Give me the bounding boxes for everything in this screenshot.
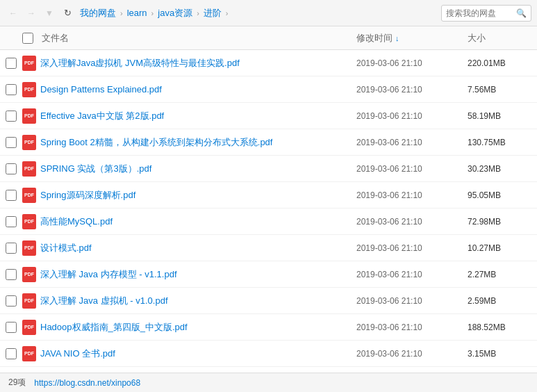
search-input[interactable]	[446, 8, 514, 18]
sort-icon: ↓	[395, 34, 399, 42]
file-size: 2.59MB	[468, 296, 537, 306]
table-row[interactable]: PDF Hadoop权威指南_第四版_中文版.pdf 2019-03-06 21…	[0, 314, 537, 341]
file-name[interactable]: 设计模式.pdf	[40, 242, 356, 254]
table-row[interactable]: PDF 深入理解 Java 内存模型 - v1.1.pdf 2019-03-06…	[0, 261, 537, 288]
file-name[interactable]: 深入理解Java虚拟机 JVM高级特性与最佳实践.pdf	[40, 57, 356, 70]
file-size: 58.19MB	[468, 111, 537, 121]
row-checkbox-6[interactable]	[6, 216, 17, 227]
row-checkbox-8[interactable]	[6, 269, 17, 280]
row-checkbox-3[interactable]	[6, 137, 17, 148]
file-name[interactable]: 高性能MySQL.pdf	[40, 215, 356, 228]
pdf-icon: PDF	[22, 293, 36, 309]
col-size-header[interactable]: 大小	[468, 32, 537, 44]
file-date: 2019-03-06 21:10	[356, 349, 468, 359]
pdf-icon: PDF	[22, 108, 36, 124]
breadcrumb-sep-1: ›	[119, 9, 124, 17]
table-row[interactable]: PDF 深入理解Java虚拟机 JVM高级特性与最佳实践.pdf 2019-03…	[0, 50, 537, 76]
row-checkbox-2[interactable]	[6, 111, 17, 122]
file-date: 2019-03-06 21:10	[356, 58, 468, 68]
breadcrumb: 我的网盘 › learn › java资源 › 进阶 ›	[78, 6, 438, 21]
breadcrumb-sep-3: ›	[196, 9, 200, 17]
table-row[interactable]: PDF Spring源码深度解析.pdf 2019-03-06 21:10 95…	[0, 182, 537, 209]
pdf-icon: PDF	[22, 56, 36, 71]
table-row[interactable]: PDF JAVA NIO 全书.pdf 2019-03-06 21:10 3.1…	[0, 341, 537, 367]
refresh-button[interactable]: ↻	[60, 6, 75, 21]
breadcrumb-root[interactable]: 我的网盘	[78, 6, 118, 21]
file-size: 10.27MB	[468, 243, 537, 253]
file-size: 95.05MB	[468, 190, 537, 200]
file-name[interactable]: Effective Java中文版 第2版.pdf	[40, 110, 356, 122]
col-name-header[interactable]: 文件名	[39, 32, 356, 44]
file-size: 220.01MB	[468, 58, 537, 68]
file-date: 2019-03-06 21:10	[356, 190, 468, 200]
table-row[interactable]: PDF Effective Java中文版 第2版.pdf 2019-03-06…	[0, 103, 537, 129]
table-row[interactable]: PDF 设计模式.pdf 2019-03-06 21:10 10.27MB	[0, 235, 537, 261]
file-size: 30.23MB	[468, 164, 537, 174]
item-count: 29项	[8, 377, 26, 389]
pdf-icon: PDF	[22, 267, 36, 282]
row-checkbox-10[interactable]	[6, 322, 17, 333]
forward-button[interactable]: →	[24, 6, 39, 21]
search-box[interactable]: 🔍	[441, 5, 531, 22]
file-name[interactable]: Hadoop权威指南_第四版_中文版.pdf	[40, 321, 356, 334]
pdf-icon: PDF	[22, 82, 36, 97]
row-checkbox-7[interactable]	[6, 243, 17, 254]
file-date: 2019-03-06 21:10	[356, 243, 468, 253]
col-date-header[interactable]: 修改时间 ↓	[356, 32, 468, 44]
csdn-link[interactable]: https://blog.csdn.net/xinpo68	[34, 378, 140, 388]
file-size: 130.75MB	[468, 138, 537, 147]
file-name[interactable]: 深入理解 Java 内存模型 - v1.1.pdf	[40, 268, 356, 281]
breadcrumb-advance[interactable]: 进阶	[201, 6, 224, 21]
file-date: 2019-03-06 21:10	[356, 217, 468, 227]
breadcrumb-java[interactable]: java资源	[156, 6, 195, 21]
pdf-icon: PDF	[22, 188, 36, 203]
file-date: 2019-03-06 21:10	[356, 138, 468, 147]
file-date: 2019-03-06 21:10	[356, 270, 468, 279]
pdf-icon: PDF	[22, 161, 36, 177]
file-name[interactable]: JAVA NIO 全书.pdf	[40, 348, 356, 360]
select-all-checkbox[interactable]	[22, 33, 33, 44]
file-date: 2019-03-06 21:10	[356, 164, 468, 174]
row-checkbox-9[interactable]	[6, 295, 17, 307]
topbar: ← → ▼ ↻ 我的网盘 › learn › java资源 › 进阶 › 🔍	[0, 0, 537, 26]
row-checkbox-4[interactable]	[6, 163, 17, 174]
breadcrumb-sep-2: ›	[151, 9, 155, 17]
breadcrumb-sep-4: ›	[225, 9, 229, 17]
pdf-icon: PDF	[22, 346, 36, 361]
pdf-icon: PDF	[22, 214, 36, 229]
breadcrumb-learn[interactable]: learn	[125, 6, 149, 19]
file-size: 188.52MB	[468, 322, 537, 332]
file-name[interactable]: 深入理解 Java 虚拟机 - v1.0.pdf	[40, 295, 356, 307]
statusbar: 29项 https://blog.csdn.net/xinpo68	[0, 373, 537, 392]
pdf-icon: PDF	[22, 320, 36, 335]
file-size: 72.98MB	[468, 217, 537, 227]
file-list: PDF 深入理解Java虚拟机 JVM高级特性与最佳实践.pdf 2019-03…	[0, 50, 537, 373]
pdf-icon: PDF	[22, 135, 36, 150]
file-name[interactable]: Spring Boot 2精髓，从构建小系统到架构分布式大系统.pdf	[40, 136, 356, 149]
table-row[interactable]: PDF 高性能MySQL.pdf 2019-03-06 21:10 72.98M…	[0, 209, 537, 235]
file-name[interactable]: SPRING 实战（第3版）.pdf	[40, 163, 356, 175]
file-name[interactable]: Spring源码深度解析.pdf	[40, 189, 356, 202]
table-row[interactable]: PDF Design Patterns Explained.pdf 2019-0…	[0, 76, 537, 103]
table-row[interactable]: PDF SPRING 实战（第3版）.pdf 2019-03-06 21:10 …	[0, 156, 537, 182]
row-checkbox-0[interactable]	[6, 58, 17, 69]
dropdown-button[interactable]: ▼	[42, 6, 57, 21]
pdf-icon: PDF	[22, 240, 36, 256]
file-date: 2019-03-06 21:10	[356, 322, 468, 332]
file-size: 7.56MB	[468, 85, 537, 95]
row-checkbox-1[interactable]	[6, 84, 17, 95]
file-date: 2019-03-06 21:10	[356, 111, 468, 121]
file-name[interactable]: Design Patterns Explained.pdf	[40, 84, 356, 95]
file-size: 2.27MB	[468, 270, 537, 279]
row-checkbox-11[interactable]	[6, 348, 17, 359]
file-date: 2019-03-06 21:10	[356, 296, 468, 306]
column-header: 文件名 修改时间 ↓ 大小	[0, 26, 537, 50]
back-button[interactable]: ←	[6, 6, 21, 21]
search-icon: 🔍	[516, 8, 527, 18]
table-row[interactable]: PDF Spring Boot 2精髓，从构建小系统到架构分布式大系统.pdf …	[0, 129, 537, 156]
file-date: 2019-03-06 21:10	[356, 85, 468, 95]
table-row[interactable]: PDF 深入理解 Java 虚拟机 - v1.0.pdf 2019-03-06 …	[0, 288, 537, 314]
row-checkbox-5[interactable]	[6, 190, 17, 201]
file-size: 3.15MB	[468, 349, 537, 359]
